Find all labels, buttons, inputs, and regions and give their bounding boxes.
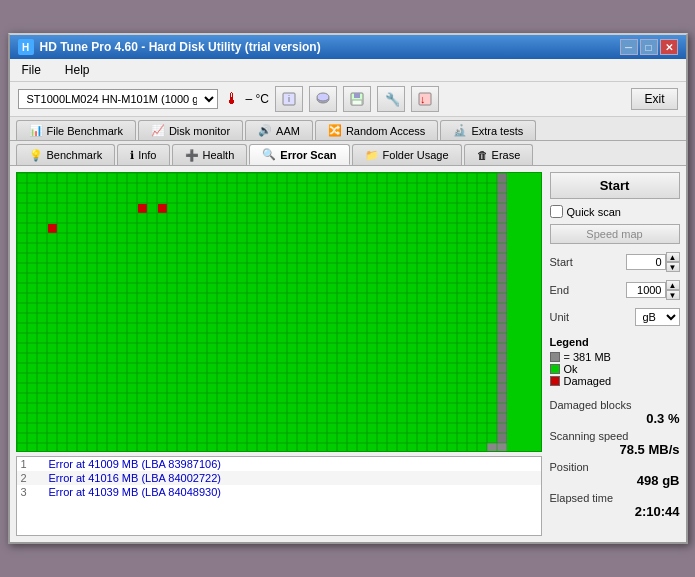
svg-rect-6: [352, 100, 362, 105]
end-param-row: End ▲ ▼: [550, 280, 680, 300]
speed-map-button[interactable]: Speed map: [550, 224, 680, 244]
tab-benchmark[interactable]: 💡 Benchmark: [16, 144, 116, 165]
tab-folder-usage[interactable]: 📁 Folder Usage: [352, 144, 462, 165]
window-title: HD Tune Pro 4.60 - Hard Disk Utility (tr…: [40, 40, 321, 54]
scan-grid: [16, 172, 542, 452]
tab-file-benchmark[interactable]: 📊 File Benchmark: [16, 120, 136, 140]
end-down-btn[interactable]: ▼: [666, 290, 680, 300]
stat-elapsed-time: Elapsed time 2:10:44: [550, 492, 680, 519]
minimize-button[interactable]: ─: [620, 39, 638, 55]
unit-label: Unit: [550, 311, 570, 323]
start-down-btn[interactable]: ▼: [666, 262, 680, 272]
legend-box-gray: [550, 352, 560, 362]
svg-text:🔧: 🔧: [385, 91, 399, 107]
stat-scanning-speed: Scanning speed 78.5 MB/s: [550, 430, 680, 457]
aam-icon: 🔊: [258, 124, 272, 137]
erase-icon: 🗑: [477, 149, 488, 161]
tab-health[interactable]: ➕ Health: [172, 144, 248, 165]
random-access-icon: 🔀: [328, 124, 342, 137]
exit-button[interactable]: Exit: [631, 88, 677, 110]
start-label: Start: [550, 256, 573, 268]
main-content: 1 Error at 41009 MB (LBA 83987106) 2 Err…: [10, 166, 686, 542]
stats-section: Damaged blocks 0.3 % Scanning speed 78.5…: [550, 399, 680, 523]
svg-rect-5: [354, 93, 360, 98]
quick-scan-label: Quick scan: [567, 206, 621, 218]
unit-select[interactable]: gB MB: [635, 308, 680, 326]
toolbar: ST1000LM024 HN-M101M (1000 gB) 🌡 – °C i …: [10, 82, 686, 117]
legend-box-red: [550, 376, 560, 386]
info-icon: ℹ: [130, 149, 134, 162]
extra-tests-icon: 🔬: [453, 124, 467, 137]
log-num-2: 2: [21, 472, 41, 484]
log-row-3: 3 Error at 41039 MB (LBA 84048930): [17, 485, 541, 499]
legend-label-ok: Ok: [564, 363, 578, 375]
svg-text:i: i: [288, 94, 290, 104]
log-row-1: 1 Error at 41009 MB (LBA 83987106): [17, 457, 541, 471]
scan-area: 1 Error at 41009 MB (LBA 83987106) 2 Err…: [16, 172, 542, 536]
info-toolbar-btn[interactable]: i: [275, 86, 303, 112]
end-input[interactable]: [626, 282, 666, 298]
file-benchmark-icon: 📊: [29, 124, 43, 137]
end-spinner: ▲ ▼: [626, 280, 680, 300]
log-row-2: 2 Error at 41016 MB (LBA 84002722): [17, 471, 541, 485]
stat-damaged-blocks: Damaged blocks 0.3 %: [550, 399, 680, 426]
unit-row: Unit gB MB: [550, 308, 680, 326]
legend-section: Legend = 381 MB Ok Damaged: [550, 336, 680, 387]
drive-select[interactable]: ST1000LM024 HN-M101M (1000 gB): [18, 89, 218, 109]
folder-usage-icon: 📁: [365, 149, 379, 162]
save-toolbar-btn[interactable]: [343, 86, 371, 112]
side-panel: Start Quick scan Speed map Start ▲ ▼: [550, 172, 680, 536]
start-input[interactable]: [626, 254, 666, 270]
tab-erase[interactable]: 🗑 Erase: [464, 144, 534, 165]
health-icon: ➕: [185, 149, 199, 162]
legend-label-damaged: Damaged: [564, 375, 612, 387]
tab-random-access[interactable]: 🔀 Random Access: [315, 120, 438, 140]
scan-canvas: [17, 173, 507, 452]
title-controls: ─ □ ✕: [620, 39, 678, 55]
close-button[interactable]: ✕: [660, 39, 678, 55]
title-bar: H HD Tune Pro 4.60 - Hard Disk Utility (…: [10, 35, 686, 59]
legend-label-block: = 381 MB: [564, 351, 611, 363]
menubar: File Help: [10, 59, 686, 82]
thermometer-icon: 🌡: [224, 90, 240, 108]
legend-item-block: = 381 MB: [550, 351, 680, 363]
menu-help[interactable]: Help: [61, 61, 94, 79]
quick-scan-checkbox[interactable]: [550, 205, 563, 218]
legend-item-ok: Ok: [550, 363, 680, 375]
error-scan-icon: 🔍: [262, 148, 276, 161]
disk-monitor-icon: 📈: [151, 124, 165, 137]
main-window: H HD Tune Pro 4.60 - Hard Disk Utility (…: [8, 33, 688, 544]
wrench-toolbar-btn[interactable]: 🔧: [377, 86, 405, 112]
quick-scan-row: Quick scan: [550, 205, 680, 218]
legend-title: Legend: [550, 336, 680, 348]
legend-item-damaged: Damaged: [550, 375, 680, 387]
tabs-row2: 💡 Benchmark ℹ Info ➕ Health 🔍 Error Scan…: [10, 141, 686, 166]
tabs-row1: 📊 File Benchmark 📈 Disk monitor 🔊 AAM 🔀 …: [10, 117, 686, 141]
start-param-row: Start ▲ ▼: [550, 252, 680, 272]
start-up-btn[interactable]: ▲: [666, 252, 680, 262]
menu-file[interactable]: File: [18, 61, 45, 79]
log-text-1: Error at 41009 MB (LBA 83987106): [49, 458, 221, 470]
svg-text:↓: ↓: [420, 93, 426, 105]
tab-extra-tests[interactable]: 🔬 Extra tests: [440, 120, 536, 140]
log-area[interactable]: 1 Error at 41009 MB (LBA 83987106) 2 Err…: [16, 456, 542, 536]
disk-toolbar-btn[interactable]: [309, 86, 337, 112]
start-spinner: ▲ ▼: [626, 252, 680, 272]
benchmark-icon: 💡: [29, 149, 43, 162]
log-num-1: 1: [21, 458, 41, 470]
app-icon: H: [18, 39, 34, 55]
temp-display: – °C: [246, 92, 269, 106]
end-up-btn[interactable]: ▲: [666, 280, 680, 290]
log-text-3: Error at 41039 MB (LBA 84048930): [49, 486, 221, 498]
maximize-button[interactable]: □: [640, 39, 658, 55]
svg-point-3: [317, 93, 329, 101]
end-label: End: [550, 284, 570, 296]
tab-error-scan[interactable]: 🔍 Error Scan: [249, 144, 349, 165]
tab-info[interactable]: ℹ Info: [117, 144, 169, 165]
tab-disk-monitor[interactable]: 📈 Disk monitor: [138, 120, 243, 140]
log-num-3: 3: [21, 486, 41, 498]
tab-aam[interactable]: 🔊 AAM: [245, 120, 313, 140]
log-text-2: Error at 41016 MB (LBA 84002722): [49, 472, 221, 484]
start-button[interactable]: Start: [550, 172, 680, 199]
download-toolbar-btn[interactable]: ↓: [411, 86, 439, 112]
